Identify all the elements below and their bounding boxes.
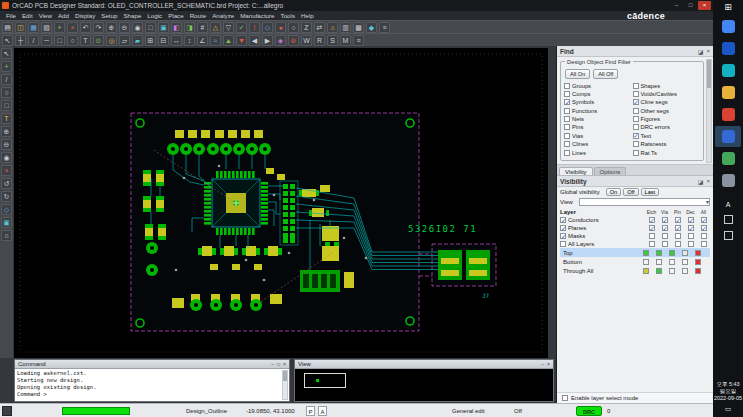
checkbox[interactable] xyxy=(564,124,570,130)
toolbar-icon[interactable]: ⊘ xyxy=(288,35,299,46)
menu-item[interactable]: Analyze xyxy=(209,12,237,19)
checkbox[interactable] xyxy=(633,116,639,122)
toolbar-icon[interactable]: ○ xyxy=(288,22,299,33)
find-filter-item[interactable]: Vias xyxy=(564,132,633,139)
toolbar-icon[interactable]: / xyxy=(1,74,12,85)
toolbar-icon[interactable]: ▶ xyxy=(262,35,273,46)
find-filter-item[interactable]: Other segs xyxy=(633,107,702,114)
minimize-icon[interactable]: – xyxy=(271,360,274,369)
p-button[interactable]: P xyxy=(306,406,315,416)
toolbar-icon[interactable]: T xyxy=(1,113,12,124)
toolbar-icon[interactable]: □ xyxy=(1,100,12,111)
layer-color-swatch[interactable] xyxy=(695,250,701,256)
checkbox[interactable] xyxy=(662,225,668,231)
toolbar-icon[interactable]: ▲ xyxy=(223,35,234,46)
find-filter-item[interactable]: Lines xyxy=(564,149,633,156)
checkbox[interactable] xyxy=(649,233,655,239)
find-filter-item[interactable]: Rat Ts xyxy=(633,149,702,156)
toolbar-icon[interactable]: ▽ xyxy=(223,22,234,33)
global-visibility-button[interactable]: Last xyxy=(641,188,660,196)
taskbar-app-icon[interactable] xyxy=(715,104,741,125)
checkbox[interactable] xyxy=(675,217,681,223)
toolbar-icon[interactable]: S xyxy=(327,35,338,46)
toolbar-icon[interactable]: ⊕ xyxy=(1,126,12,137)
toolbar-icon[interactable]: ∠ xyxy=(197,35,208,46)
find-filter-item[interactable]: Groups xyxy=(564,82,633,89)
toolbar-icon[interactable]: ◀ xyxy=(249,35,260,46)
checkbox[interactable] xyxy=(560,233,566,239)
toolbar-icon[interactable]: ▣ xyxy=(1,217,12,228)
checkbox[interactable] xyxy=(633,133,639,139)
view-extents-rect[interactable] xyxy=(304,373,346,388)
checkbox[interactable] xyxy=(662,241,668,247)
toolbar-icon[interactable]: ↷ xyxy=(93,22,104,33)
toolbar-icon[interactable]: ▱ xyxy=(119,35,130,46)
checkbox[interactable] xyxy=(688,241,694,247)
checkbox[interactable] xyxy=(688,233,694,239)
toolbar-icon[interactable]: ⇄ xyxy=(314,22,325,33)
taskbar-app-icon[interactable] xyxy=(715,82,741,103)
menu-item[interactable]: Add xyxy=(55,12,72,19)
close-icon[interactable]: × xyxy=(706,48,710,55)
toolbar-icon[interactable]: □ xyxy=(54,35,65,46)
view-dropdown[interactable]: ▾ xyxy=(579,198,710,206)
find-filter-item[interactable]: Voids/Cavities xyxy=(633,90,702,97)
toolbar-icon[interactable]: ◇ xyxy=(1,204,12,215)
find-filter-item[interactable]: DRC errors xyxy=(633,124,702,131)
layer-color-swatch[interactable] xyxy=(669,268,675,274)
checkbox[interactable] xyxy=(701,225,707,231)
layer-color-swatch[interactable] xyxy=(643,268,649,274)
menu-item[interactable]: Display xyxy=(72,12,98,19)
toolbar-icon[interactable]: ● xyxy=(275,22,286,33)
toolbar-icon[interactable]: ⌂ xyxy=(327,22,338,33)
find-filter-item[interactable]: Clines xyxy=(564,141,633,148)
pin-icon[interactable]: ◪ xyxy=(698,178,704,185)
layer-color-swatch[interactable] xyxy=(669,250,675,256)
layer-color-swatch[interactable] xyxy=(682,259,688,265)
toolbar-icon[interactable]: Z xyxy=(301,22,312,33)
menu-item[interactable]: View xyxy=(36,12,55,19)
toolbar-icon[interactable]: ▩ xyxy=(353,22,364,33)
toolbar-icon[interactable]: ▦ xyxy=(28,22,39,33)
find-filter-item[interactable]: Functions xyxy=(564,107,633,114)
scrollbar-thumb[interactable] xyxy=(283,371,287,381)
checkbox[interactable] xyxy=(649,241,655,247)
checkbox[interactable] xyxy=(688,217,694,223)
drc-badge[interactable]: DRC xyxy=(576,406,602,416)
checkbox[interactable] xyxy=(633,141,639,147)
toolbar-icon[interactable]: ◉ xyxy=(132,22,143,33)
scrollbar-thumb[interactable] xyxy=(707,60,711,88)
taskbar-app-icon[interactable] xyxy=(715,60,741,81)
layer-row[interactable]: Bottom xyxy=(560,257,710,266)
find-filter-item[interactable]: Comps xyxy=(564,90,633,97)
find-filter-item[interactable]: Cline segs xyxy=(633,99,702,106)
tab-visibility[interactable]: Visibility xyxy=(559,167,593,175)
toolbar-icon[interactable]: ▧ xyxy=(41,22,52,33)
checkbox[interactable] xyxy=(633,99,639,105)
taskbar-app-icon[interactable] xyxy=(715,148,741,169)
start-button[interactable]: ⊞ xyxy=(724,0,732,14)
toolbar-icon[interactable]: ⊖ xyxy=(1,139,12,150)
maximize-icon[interactable]: □ xyxy=(277,360,280,369)
close-icon[interactable]: × xyxy=(547,360,550,369)
taskbar-app-icon[interactable] xyxy=(715,170,741,191)
taskbar-app-icon[interactable] xyxy=(715,16,741,37)
toolbar-icon[interactable]: ▰ xyxy=(132,35,143,46)
toolbar-icon[interactable]: ↺ xyxy=(1,178,12,189)
toolbar-icon[interactable]: + xyxy=(1,61,12,72)
toolbar-icon[interactable]: W xyxy=(301,35,312,46)
checkbox[interactable] xyxy=(675,233,681,239)
toolbar-icon[interactable]: × xyxy=(1,165,12,176)
toolbar-icon[interactable]: ◆ xyxy=(366,22,377,33)
checkbox[interactable] xyxy=(688,225,694,231)
toolbar-icon[interactable]: ⌂ xyxy=(1,230,12,241)
find-filter-button[interactable]: All Off xyxy=(593,69,618,79)
toolbar-icon[interactable]: ≡ xyxy=(379,22,390,33)
toolbar-icon[interactable]: # xyxy=(197,22,208,33)
view-minimap[interactable] xyxy=(295,369,553,401)
checkbox[interactable] xyxy=(675,225,681,231)
checkbox[interactable] xyxy=(564,108,570,114)
toolbar-icon[interactable]: △ xyxy=(210,22,221,33)
minimize-button[interactable]: – xyxy=(670,1,683,10)
close-icon[interactable]: × xyxy=(706,178,710,185)
